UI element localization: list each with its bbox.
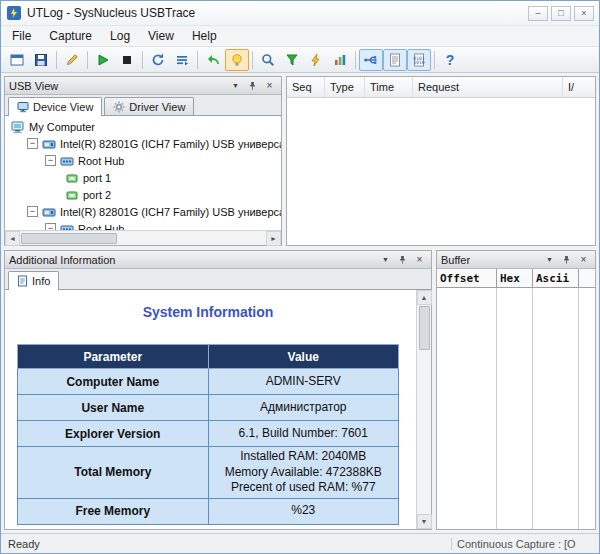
scroll-down-button[interactable]: ▼: [417, 514, 432, 529]
device-tree: My Computer − Intel(R) 82801G (ICH7 Fami…: [5, 116, 281, 230]
start-capture-button[interactable]: [91, 49, 115, 71]
scroll-up-button[interactable]: ▲: [417, 290, 432, 305]
panel-menu-button[interactable]: ▼: [542, 253, 557, 266]
highlight-button[interactable]: [225, 49, 249, 71]
panel-menu-button[interactable]: ▼: [378, 253, 393, 266]
tree-item-usb-controller-2[interactable]: − Intel(R) 82801G (ICH7 Family) USB унив…: [5, 203, 281, 220]
green-arrow-icon: [205, 52, 221, 68]
binary-document-icon: 0101 1010: [411, 52, 427, 68]
usb-view-button[interactable]: [359, 49, 383, 71]
collapse-toggle[interactable]: −: [45, 223, 56, 230]
main-content: USB View ▼ ×: [1, 73, 599, 533]
stop-icon: [119, 52, 135, 68]
table-header-parameter: Parameter: [18, 345, 209, 369]
question-mark-icon: ?: [446, 52, 455, 68]
pin-button[interactable]: [395, 253, 410, 266]
tree-item-root-hub-2[interactable]: − Root Hub: [5, 220, 281, 230]
tree-item-port-1[interactable]: port 1: [5, 169, 281, 186]
tab-device-view[interactable]: Device View: [8, 97, 102, 116]
hub-icon: [60, 154, 74, 168]
usb-controller-icon: [42, 137, 56, 151]
tree-item-label: Intel(R) 82801G (ICH7 Family) USB универ…: [60, 206, 281, 218]
maximize-button[interactable]: □: [551, 6, 571, 21]
column-header-time[interactable]: Time: [365, 77, 413, 97]
find-button[interactable]: [256, 49, 280, 71]
menu-item-log[interactable]: Log: [101, 26, 139, 46]
column-header-request[interactable]: Request: [413, 77, 563, 97]
buffer-panel-header: Buffer ▼ ×: [437, 251, 595, 269]
minimize-button[interactable]: –: [528, 6, 548, 21]
value-cell: %23: [208, 498, 399, 524]
menu-item-capture[interactable]: Capture: [40, 26, 101, 46]
collapse-toggle[interactable]: −: [45, 155, 56, 166]
text-view-button[interactable]: [383, 49, 407, 71]
raw-data-view-button[interactable]: 0101 1010: [407, 49, 431, 71]
restart-capture-button[interactable]: [146, 49, 170, 71]
edit-button[interactable]: [60, 49, 84, 71]
help-button[interactable]: ?: [438, 49, 462, 71]
additional-information-tabs: Info: [5, 269, 431, 290]
open-button[interactable]: [5, 49, 29, 71]
column-header-seq[interactable]: Seq: [287, 77, 325, 97]
tab-label: Driver View: [129, 101, 185, 113]
tab-label: Device View: [33, 101, 93, 113]
scroll-right-button[interactable]: ►: [266, 231, 281, 246]
parameter-cell: Total Memory: [18, 447, 209, 499]
column-header-type[interactable]: Type: [325, 77, 365, 97]
menu-item-file[interactable]: File: [3, 26, 40, 46]
panel-title: USB View: [9, 80, 226, 92]
value-cell: 6.1, Build Number: 7601: [208, 421, 399, 447]
pin-button[interactable]: [245, 79, 260, 92]
panel-close-button[interactable]: ×: [262, 79, 277, 92]
pin-button[interactable]: [559, 253, 574, 266]
scroll-left-button[interactable]: ◄: [5, 231, 20, 246]
text-document-icon: [387, 52, 403, 68]
tree-item-root-hub-1[interactable]: − Root Hub: [5, 152, 281, 169]
save-icon: [33, 52, 49, 68]
collapse-toggle[interactable]: −: [27, 206, 38, 217]
column-header-hex: Hex: [497, 269, 533, 287]
parameter-cell: User Name: [18, 395, 209, 421]
svg-text:1010: 1010: [413, 60, 424, 65]
usb-plug-icon: [363, 52, 379, 68]
scrollbar-thumb[interactable]: [419, 306, 430, 350]
column-header-io[interactable]: I/: [563, 77, 595, 97]
toolbar-separator: [142, 51, 143, 69]
tree-item-my-computer[interactable]: My Computer: [5, 118, 281, 135]
filter-button[interactable]: [280, 49, 304, 71]
info-page-icon: [17, 275, 28, 287]
tree-horizontal-scrollbar[interactable]: ◄ ►: [5, 230, 281, 245]
tree-item-usb-controller-1[interactable]: − Intel(R) 82801G (ICH7 Family) USB унив…: [5, 135, 281, 152]
menu-item-view[interactable]: View: [139, 26, 183, 46]
menu-item-help[interactable]: Help: [183, 26, 226, 46]
tab-info[interactable]: Info: [8, 271, 59, 290]
panel-close-button[interactable]: ×: [412, 253, 427, 266]
trigger-button[interactable]: [304, 49, 328, 71]
tab-driver-view[interactable]: Driver View: [104, 97, 194, 115]
scrollbar-thumb[interactable]: [21, 233, 117, 244]
capture-list-body[interactable]: [287, 98, 595, 245]
tree-item-label: Root Hub: [78, 223, 124, 231]
parameter-cell: Free Memory: [18, 498, 209, 524]
statistics-button[interactable]: [328, 49, 352, 71]
close-button[interactable]: ×: [574, 6, 594, 21]
collapse-toggle[interactable]: −: [27, 138, 38, 149]
tree-item-port-2[interactable]: port 2: [5, 186, 281, 203]
autoscroll-button[interactable]: [170, 49, 194, 71]
save-button[interactable]: [29, 49, 53, 71]
system-information-body: System Information Parameter Value Co: [5, 290, 416, 529]
additional-information-panel: Additional Information ▼ ×: [4, 250, 432, 530]
panel-title: Buffer: [441, 254, 540, 266]
tree-item-label: port 2: [83, 189, 111, 201]
info-vertical-scrollbar[interactable]: ▲ ▼: [416, 290, 431, 529]
panel-menu-button[interactable]: ▼: [228, 79, 243, 92]
offset-column: [437, 288, 497, 529]
column-header-offset: Offset: [437, 269, 497, 287]
computer-icon: [11, 120, 25, 134]
stop-capture-button[interactable]: [115, 49, 139, 71]
buffer-body[interactable]: [437, 288, 595, 529]
clear-log-button[interactable]: [201, 49, 225, 71]
toolbar-separator: [197, 51, 198, 69]
panel-close-button[interactable]: ×: [576, 253, 591, 266]
toolbar-separator: [434, 51, 435, 69]
